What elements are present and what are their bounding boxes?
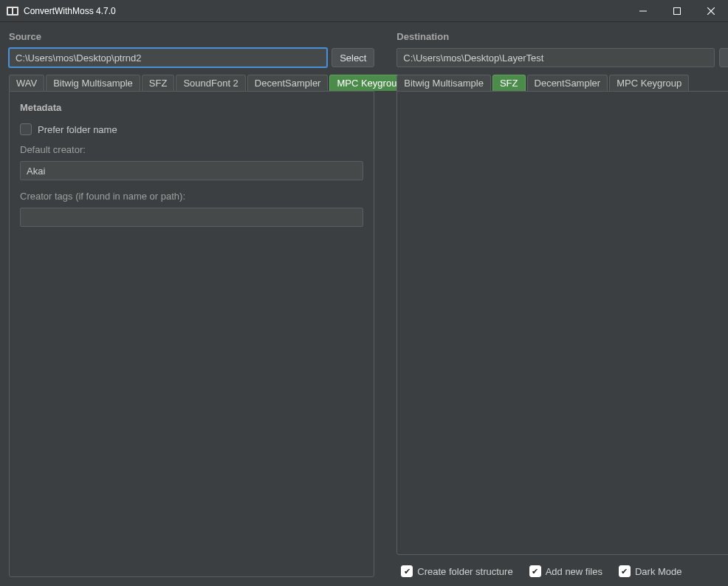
source-panel: Source Select WAV Bitwig Multisample SFZ…	[9, 31, 374, 577]
destination-panel: Destination Select Bitwig Multisample SF…	[396, 31, 728, 577]
window-controls	[626, 0, 728, 22]
destination-label: Destination	[396, 31, 728, 42]
destination-tabs: Bitwig Multisample SFZ DecentSampler MPC…	[396, 75, 728, 91]
tab-sfz[interactable]: SFZ	[142, 75, 175, 91]
default-creator-input[interactable]	[20, 161, 363, 180]
svg-rect-1	[8, 8, 12, 14]
destination-select-button[interactable]: Select	[719, 48, 728, 67]
source-label: Source	[9, 31, 374, 42]
dest-tab-decentsampler[interactable]: DecentSampler	[527, 75, 608, 91]
dest-tab-bitwig[interactable]: Bitwig Multisample	[396, 75, 491, 91]
tab-bitwig-multisample[interactable]: Bitwig Multisample	[46, 75, 140, 91]
tab-wav[interactable]: WAV	[9, 75, 44, 91]
source-options-panel: Metadata Prefer folder name Default crea…	[9, 91, 374, 577]
maximize-button[interactable]	[660, 0, 694, 22]
tab-soundfont2[interactable]: SoundFont 2	[176, 75, 245, 91]
tab-decentsampler[interactable]: DecentSampler	[247, 75, 329, 91]
minimize-button[interactable]	[626, 0, 660, 22]
close-button[interactable]	[694, 0, 728, 22]
prefer-folder-name-checkbox[interactable]	[20, 123, 32, 135]
prefer-folder-name-label: Prefer folder name	[38, 124, 117, 135]
metadata-heading: Metadata	[20, 102, 363, 113]
source-tabs: WAV Bitwig Multisample SFZ SoundFont 2 D…	[9, 75, 374, 91]
dark-mode-label: Dark Mode	[635, 566, 682, 577]
default-creator-label: Default creator:	[20, 144, 363, 155]
titlebar: ConvertWithMoss 4.7.0	[0, 0, 728, 22]
svg-rect-2	[13, 8, 17, 14]
app-icon	[6, 4, 19, 18]
svg-rect-4	[674, 7, 681, 14]
footer-options: Create folder structure Add new files Da…	[396, 565, 728, 577]
svg-rect-3	[639, 10, 647, 11]
add-new-files-label: Add new files	[546, 566, 602, 577]
create-folder-structure-checkbox[interactable]	[401, 565, 413, 577]
destination-path-input[interactable]	[396, 48, 715, 67]
dark-mode-checkbox[interactable]	[619, 565, 631, 577]
add-new-files-checkbox[interactable]	[529, 565, 541, 577]
creator-tags-label: Creator tags (if found in name or path):	[20, 191, 363, 202]
source-path-input[interactable]	[9, 48, 327, 67]
creator-tags-input[interactable]	[20, 208, 363, 227]
dest-tab-mpc-keygroup[interactable]: MPC Keygroup	[609, 75, 689, 91]
dest-tab-sfz[interactable]: SFZ	[492, 75, 526, 91]
destination-output-area	[396, 91, 728, 555]
window-title: ConvertWithMoss 4.7.0	[24, 6, 116, 16]
create-folder-structure-label: Create folder structure	[417, 566, 512, 577]
source-select-button[interactable]: Select	[332, 48, 374, 67]
